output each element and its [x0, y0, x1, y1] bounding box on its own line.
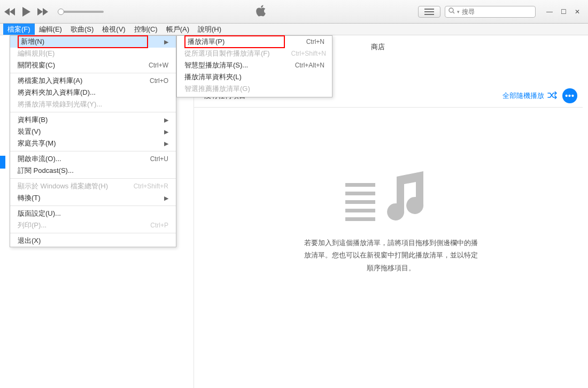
empty-playlist-state: 若要加入到這個播放清單，請將項目拖移到側邊欄中的播 放清單。您也可以在新視窗中打…: [194, 171, 588, 274]
empty-msg-line3: 順序拖移項目。: [268, 262, 514, 274]
close-button[interactable]: ✕: [571, 7, 584, 17]
menu-item[interactable]: 播放清單(P)Ctrl+N: [177, 36, 332, 48]
menu-item[interactable]: 智慧型播放清單(S)...Ctrl+Alt+N: [177, 59, 332, 71]
menu-item: 將播放清單燒錄到光碟(Y)...: [10, 98, 176, 110]
chevron-right-icon: ▶: [164, 128, 168, 135]
play-icon[interactable]: [21, 6, 31, 17]
svg-rect-1: [424, 11, 434, 12]
search-icon: [448, 7, 455, 16]
chevron-right-icon: ▶: [164, 39, 168, 45]
svg-point-3: [449, 8, 453, 12]
svg-line-4: [453, 12, 454, 13]
previous-track-icon[interactable]: [4, 7, 16, 16]
menu-歌曲(S)[interactable]: 歌曲(S): [66, 24, 98, 35]
file-menu-dropdown: 新增(N)▶編輯規則(E)關閉視窗(C)Ctrl+W將檔案加入資料庫(A)Ctr…: [10, 35, 176, 247]
menu-item[interactable]: 版面設定(U)...: [10, 208, 176, 219]
minimize-button[interactable]: —: [543, 7, 556, 17]
chevron-down-icon: ▾: [457, 9, 460, 14]
more-actions-button[interactable]: •••: [562, 88, 577, 103]
menu-item[interactable]: 裝置(V)▶: [10, 126, 176, 138]
menu-item: 顯示於 Windows 檔案總管(H)Ctrl+Shift+R: [10, 180, 176, 192]
shuffle-all-button[interactable]: 全部隨機播放: [502, 91, 557, 101]
menu-item[interactable]: 資料庫(B)▶: [10, 114, 176, 126]
menu-item[interactable]: 退出(X): [10, 235, 176, 247]
window-toolbar: ▾ — ☐ ✕: [0, 0, 588, 24]
menu-item: 列印(P)...Ctrl+P: [10, 219, 176, 231]
divider: [194, 107, 583, 108]
menu-帳戶(A)[interactable]: 帳戶(A): [162, 24, 194, 35]
menu-item[interactable]: 關閉視窗(C)Ctrl+W: [10, 59, 176, 71]
next-track-icon[interactable]: [36, 7, 48, 16]
apple-logo-icon: [255, 4, 267, 19]
sidebar-selection-indicator: [0, 156, 5, 169]
ellipsis-icon: •••: [565, 92, 575, 100]
svg-rect-0: [424, 9, 434, 10]
store-tab[interactable]: 商店: [371, 42, 385, 52]
maximize-button[interactable]: ☐: [557, 7, 570, 17]
playback-controls: [4, 6, 104, 17]
menu-item[interactable]: 開啟串流(O)...Ctrl+U: [10, 153, 176, 165]
menu-檔案(F)[interactable]: 檔案(F): [3, 24, 35, 35]
window-controls: — ☐ ✕: [543, 7, 584, 17]
menu-item[interactable]: 播放清單資料夾(L): [177, 71, 332, 83]
menu-item[interactable]: 訂閱 Podcast(S)...: [10, 165, 176, 177]
menu-編輯(E)[interactable]: 編輯(E): [35, 24, 66, 35]
menu-檢視(V)[interactable]: 檢視(V): [98, 24, 129, 35]
menu-item: 從所選項目製作播放清單(F)Ctrl+Shift+N: [177, 48, 332, 59]
menu-item[interactable]: 將檔案加入資料庫(A)Ctrl+O: [10, 75, 176, 87]
svg-rect-2: [424, 14, 434, 15]
menu-item[interactable]: 家庭共享(M)▶: [10, 138, 176, 149]
menubar: 檔案(F)編輯(E)歌曲(S)檢視(V)控制(C)帳戶(A)說明(H): [0, 24, 588, 35]
empty-msg-line1: 若要加入到這個播放清單，請將項目拖移到側邊欄中的播: [268, 237, 514, 249]
menu-控制(C)[interactable]: 控制(C): [130, 24, 162, 35]
playlist-empty-icon: [345, 171, 436, 230]
menu-item: 編輯規則(E): [10, 48, 176, 59]
menu-item[interactable]: 將資料夾加入資料庫(D)...: [10, 87, 176, 98]
menu-item[interactable]: 轉換(T)▶: [10, 192, 176, 204]
empty-msg-line2: 放清單。您也可以在新視窗中打開此播放清單，並以特定: [268, 249, 514, 261]
chevron-right-icon: ▶: [164, 195, 168, 202]
search-input[interactable]: ▾: [445, 6, 536, 18]
chevron-right-icon: ▶: [164, 117, 168, 124]
shuffle-all-label: 全部隨機播放: [502, 91, 544, 101]
up-next-button[interactable]: [418, 6, 440, 18]
shuffle-icon: [547, 92, 557, 101]
volume-slider[interactable]: [61, 11, 104, 13]
search-field[interactable]: [462, 8, 542, 16]
new-submenu-dropdown: 播放清單(P)Ctrl+N從所選項目製作播放清單(F)Ctrl+Shift+N智…: [176, 35, 332, 97]
menu-item[interactable]: 新增(N)▶: [10, 36, 176, 48]
menu-item: 智選推薦播放清單(G): [177, 83, 332, 95]
chevron-right-icon: ▶: [164, 140, 168, 147]
menu-說明(H)[interactable]: 說明(H): [194, 24, 226, 35]
